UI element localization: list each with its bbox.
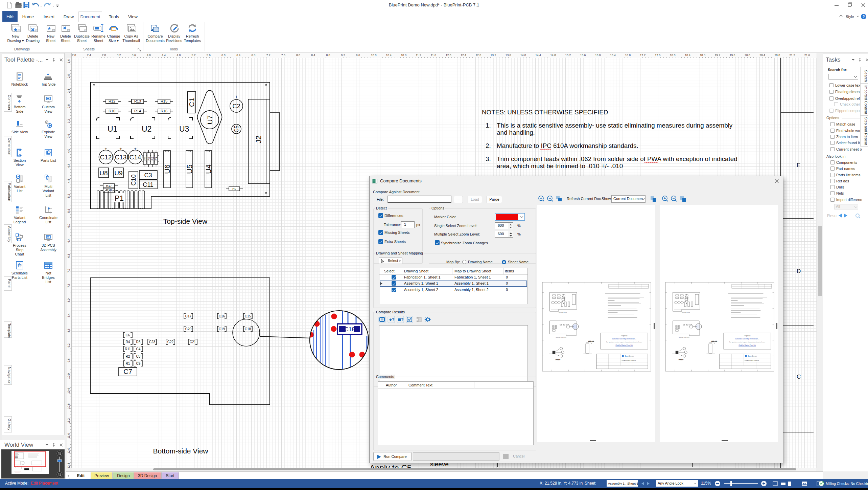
svg-text:?: ? [863, 15, 865, 19]
svg-text:Top-side View: Top-side View [682, 311, 690, 313]
svg-text:Top-side View: Top-side View [559, 311, 567, 313]
svg-text:Corporate Assembly Downstream.: Corporate Assembly Downstream... [735, 338, 759, 340]
svg-text:PCB Assembly Drawing: PCB Assembly Drawing [744, 359, 759, 361]
svg-text:Prepared:: Prepared: [744, 335, 751, 337]
svg-text:Click for Master Parts List: Click for Master Parts List [615, 344, 633, 346]
svg-text:?: ? [392, 317, 395, 322]
svg-text:Prepared:: Prepared: [621, 335, 628, 337]
svg-text:For questions contact support: For questions contact support at www.dow… [606, 341, 642, 343]
svg-text:Apply 4-40: Apply 4-40 [711, 341, 717, 342]
svg-text:Resu: Resu [827, 214, 837, 218]
svg-text:Bottom-side View: Bottom-side View [679, 337, 689, 338]
svg-text:DownStream: DownStream [748, 355, 757, 357]
svg-text:Apply 4-40: Apply 4-40 [588, 341, 594, 342]
svg-text:For questions contact support: For questions contact support at www.dow… [729, 341, 765, 343]
svg-text:Bottom-side View: Bottom-side View [556, 337, 566, 338]
svg-text:PCB Assembly Drawing: PCB Assembly Drawing [621, 359, 636, 361]
svg-text:Corporate Assembly Downstream.: Corporate Assembly Downstream... [612, 338, 636, 340]
svg-text:?: ? [401, 317, 404, 322]
svg-text:Click for Master Parts List: Click for Master Parts List [738, 344, 756, 346]
svg-text:DownStream: DownStream [625, 355, 634, 357]
svg-text:Detail B: Detail B [679, 359, 683, 360]
svg-text:Detail B: Detail B [556, 359, 560, 360]
svg-text:Style: Style [846, 15, 854, 19]
